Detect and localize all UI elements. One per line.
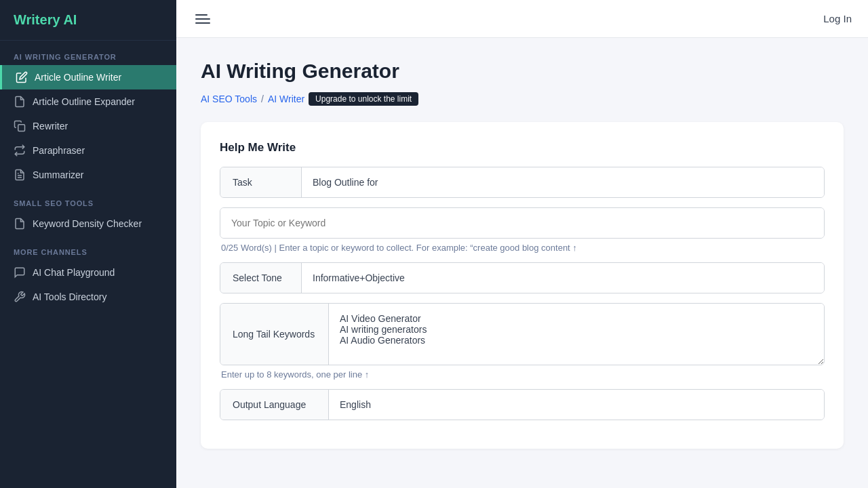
- logo-text: Writery: [14, 12, 60, 27]
- sidebar-item-paraphraser[interactable]: Paraphraser: [0, 138, 176, 163]
- topic-row: [220, 207, 825, 239]
- output-language-row: Output Language: [220, 389, 825, 420]
- hamburger-line-1: [195, 14, 208, 16]
- breadcrumb: AI SEO Tools / AI Writer Upgrade to unlo…: [201, 92, 844, 106]
- content-area: AI Writing Generator AI SEO Tools / AI W…: [176, 38, 868, 488]
- hamburger-button[interactable]: [193, 12, 213, 26]
- topbar: Log In: [176, 0, 868, 38]
- wrench-icon: [14, 291, 26, 303]
- output-language-label: Output Language: [220, 390, 329, 420]
- hamburger-line-2: [195, 18, 210, 20]
- sidebar-item-article-outline-writer[interactable]: Article Outline Writer: [0, 65, 176, 89]
- task-row: Task: [220, 167, 825, 198]
- sidebar-item-article-outline-expander[interactable]: Article Outline Expander: [0, 89, 176, 114]
- keywords-row: Long Tail Keywords AI Video Generator AI…: [220, 303, 825, 365]
- breadcrumb-ai-seo-tools[interactable]: AI SEO Tools: [201, 94, 257, 104]
- sidebar-item-ai-chat-playground[interactable]: AI Chat Playground: [0, 260, 176, 285]
- tone-row: Select Tone: [220, 262, 825, 293]
- task-label: Task: [220, 167, 302, 197]
- sidebar-section-more-channels: More Channels: [0, 236, 176, 260]
- hamburger-line-3: [195, 22, 210, 24]
- sidebar-item-label: Rewriter: [33, 121, 68, 131]
- keywords-hint: Enter up to 8 keywords, one per line ↑: [220, 369, 825, 380]
- login-button[interactable]: Log In: [823, 13, 852, 24]
- sidebar-item-summarizer[interactable]: Summarizer: [0, 163, 176, 187]
- sidebar-item-label: Article Outline Expander: [33, 96, 135, 107]
- topic-hint: 0/25 Word(s) | Enter a topic or keyword …: [220, 243, 825, 253]
- upgrade-badge[interactable]: Upgrade to unlock the limit: [309, 92, 418, 106]
- sidebar: Writery AI AI Writing Generator Article …: [0, 0, 176, 488]
- sidebar-logo: Writery AI: [0, 0, 176, 41]
- breadcrumb-ai-writer[interactable]: AI Writer: [268, 94, 304, 104]
- svg-rect-0: [18, 125, 25, 131]
- sidebar-item-label: Summarizer: [33, 169, 83, 180]
- sidebar-item-rewriter[interactable]: Rewriter: [0, 114, 176, 138]
- chat-icon: [14, 266, 26, 279]
- refresh-icon: [14, 144, 26, 157]
- tone-label: Select Tone: [220, 263, 302, 293]
- form-card: Help Me Write Task 0/25 Word(s) | Enter …: [201, 122, 844, 449]
- keywords-label: Long Tail Keywords: [220, 304, 329, 365]
- sidebar-item-label: Paraphraser: [33, 145, 85, 156]
- sidebar-item-ai-tools-directory[interactable]: AI Tools Directory: [0, 285, 176, 309]
- task-input[interactable]: [302, 167, 824, 197]
- sidebar-section-seo-tools: Small SEO Tools: [0, 187, 176, 211]
- hashtag-icon: [14, 218, 26, 230]
- page-title: AI Writing Generator: [201, 60, 844, 83]
- breadcrumb-separator: /: [261, 94, 264, 104]
- form-title: Help Me Write: [220, 141, 825, 155]
- logo-ai: AI: [63, 12, 77, 27]
- main-area: Log In AI Writing Generator AI SEO Tools…: [176, 0, 868, 488]
- sidebar-item-label: Article Outline Writer: [35, 72, 121, 83]
- tone-input[interactable]: [302, 263, 824, 293]
- output-language-input[interactable]: [329, 390, 824, 420]
- sidebar-item-label: AI Tools Directory: [33, 291, 106, 302]
- topic-input[interactable]: [220, 208, 824, 238]
- document-icon: [14, 169, 26, 181]
- file-icon: [14, 96, 26, 108]
- sidebar-item-label: Keyword Density Checker: [33, 218, 142, 229]
- edit-icon: [16, 71, 28, 83]
- sidebar-section-ai-writing: AI Writing Generator: [0, 41, 176, 65]
- keywords-textarea[interactable]: AI Video Generator AI writing generators…: [329, 304, 824, 365]
- sidebar-item-label: AI Chat Playground: [33, 267, 115, 278]
- copy-icon: [14, 120, 26, 132]
- sidebar-item-keyword-density-checker[interactable]: Keyword Density Checker: [0, 211, 176, 236]
